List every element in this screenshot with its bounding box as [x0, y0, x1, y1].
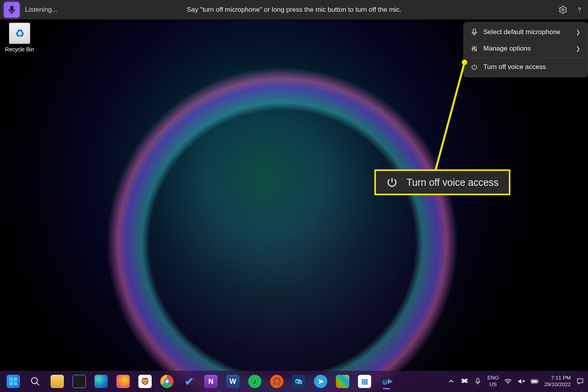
sliders-icon — [471, 45, 478, 52]
store-button[interactable]: 🛍 — [289, 373, 308, 390]
voice-access-settings-menu: Select default microphone ❯ Manage optio… — [463, 22, 588, 77]
callout-label: Turn off voice access — [407, 177, 499, 188]
voice-access-icon — [380, 375, 393, 388]
svg-rect-20 — [532, 380, 537, 383]
audacity-button[interactable]: 🎧 — [267, 373, 286, 390]
mic-icon — [475, 378, 481, 385]
menu-separator — [464, 58, 588, 58]
voice-access-taskbar-button[interactable] — [377, 373, 396, 390]
menu-item-manage-options[interactable]: Manage options ❯ — [464, 40, 588, 57]
svg-point-4 — [472, 48, 473, 49]
svg-point-6 — [475, 49, 477, 51]
firefox-icon — [116, 375, 130, 388]
chat-icon — [576, 377, 584, 385]
svg-rect-9 — [9, 377, 13, 381]
firefox-button[interactable] — [114, 373, 132, 390]
windows-start-icon — [7, 375, 20, 388]
wifi-tray-icon[interactable] — [504, 377, 512, 385]
onenote-button[interactable]: N — [201, 373, 220, 390]
svg-point-13 — [31, 377, 37, 383]
search-button[interactable] — [26, 373, 45, 390]
menu-item-label: Manage options — [483, 45, 531, 53]
edge-icon — [94, 375, 108, 388]
notepad-button[interactable]: ▤ — [355, 373, 374, 390]
power-icon — [386, 176, 398, 188]
recycle-bin-label: Recycle Bin — [4, 46, 35, 53]
menu-item-label: Turn off voice access — [483, 63, 546, 71]
tray-overflow-button[interactable] — [447, 377, 455, 385]
svg-rect-16 — [477, 378, 479, 382]
dropbox-icon — [461, 378, 468, 385]
voice-access-mic-button[interactable] — [4, 2, 20, 18]
chevron-up-icon — [448, 379, 454, 384]
power-icon — [471, 64, 478, 71]
spotify-icon: ♪ — [248, 375, 261, 388]
svg-rect-3 — [473, 29, 475, 33]
powertoys-icon — [336, 375, 349, 388]
voice-access-settings-button[interactable] — [558, 5, 568, 15]
gear-icon — [559, 5, 567, 14]
voice-access-bar: Listening... Say "turn off microphone" o… — [0, 0, 588, 20]
svg-point-1 — [562, 9, 564, 11]
mic-icon — [8, 5, 15, 14]
search-icon — [29, 375, 42, 388]
menu-item-turn-off-voice[interactable]: Turn off voice access — [464, 59, 588, 75]
brave-icon: 🦁 — [138, 375, 152, 388]
word-button[interactable]: W — [223, 373, 242, 390]
svg-rect-10 — [14, 377, 17, 381]
svg-rect-11 — [9, 382, 13, 385]
svg-rect-12 — [14, 382, 17, 385]
word-icon: W — [226, 375, 240, 388]
svg-point-2 — [579, 12, 580, 13]
lang-line1: ENG — [487, 375, 499, 381]
file-explorer-button[interactable] — [48, 373, 67, 390]
menu-item-select-mic[interactable]: Select default microphone ❯ — [464, 24, 588, 40]
chrome-icon — [160, 375, 174, 388]
callout-turn-off-voice: Turn off voice access — [374, 169, 510, 195]
chevron-right-icon: ❯ — [576, 45, 581, 52]
check-icon: ✔ — [182, 375, 196, 388]
brave-button[interactable]: 🦁 — [136, 373, 154, 390]
onenote-icon: N — [204, 375, 218, 388]
wifi-icon — [504, 378, 512, 385]
volume-mute-icon — [517, 378, 525, 385]
headphones-icon: 🎧 — [270, 375, 283, 388]
taskbar-clock[interactable]: 7:11 PM 29/10/2022 — [544, 375, 571, 388]
svg-point-17 — [508, 383, 508, 384]
chevron-right-icon: ❯ — [576, 29, 581, 35]
mic-icon — [471, 28, 478, 36]
chrome-button[interactable] — [158, 373, 176, 390]
telegram-icon: ➤ — [314, 375, 327, 388]
spotify-button[interactable]: ♪ — [245, 373, 264, 390]
samsung-phone-button[interactable] — [70, 373, 89, 390]
todo-button[interactable]: ✔ — [180, 373, 198, 390]
battery-tray-icon[interactable] — [531, 377, 539, 385]
help-icon — [575, 6, 583, 14]
powertoys-button[interactable] — [333, 373, 352, 390]
microphone-tray-icon[interactable] — [474, 377, 482, 385]
dropbox-tray-icon[interactable] — [461, 377, 468, 385]
menu-item-label: Select default microphone — [483, 28, 561, 36]
svg-point-5 — [474, 47, 475, 48]
language-indicator[interactable]: ENG US — [487, 375, 499, 388]
edge-button[interactable] — [92, 373, 111, 390]
svg-point-15 — [383, 379, 387, 383]
battery-icon — [531, 379, 539, 384]
telegram-button[interactable]: ➤ — [311, 373, 330, 390]
svg-rect-0 — [10, 6, 13, 11]
lang-line2: US — [487, 381, 499, 388]
taskbar: 🦁 ✔ N W ♪ 🎧 🛍 ➤ ▤ ENG US — [0, 371, 588, 392]
voice-access-status: Listening... — [25, 6, 57, 14]
store-icon: 🛍 — [292, 375, 305, 388]
recycle-bin-desktop-icon[interactable]: Recycle Bin — [4, 23, 35, 53]
file-explorer-icon — [51, 375, 64, 388]
clock-date: 29/10/2022 — [544, 381, 571, 388]
start-button[interactable] — [4, 373, 23, 390]
notification-center-button[interactable] — [576, 377, 584, 385]
recycle-bin-icon — [9, 23, 30, 44]
clock-time: 7:11 PM — [544, 375, 571, 381]
voice-access-help-button[interactable] — [575, 5, 584, 15]
svg-rect-19 — [538, 381, 539, 383]
phone-icon — [73, 375, 86, 388]
volume-tray-icon[interactable] — [517, 377, 525, 385]
